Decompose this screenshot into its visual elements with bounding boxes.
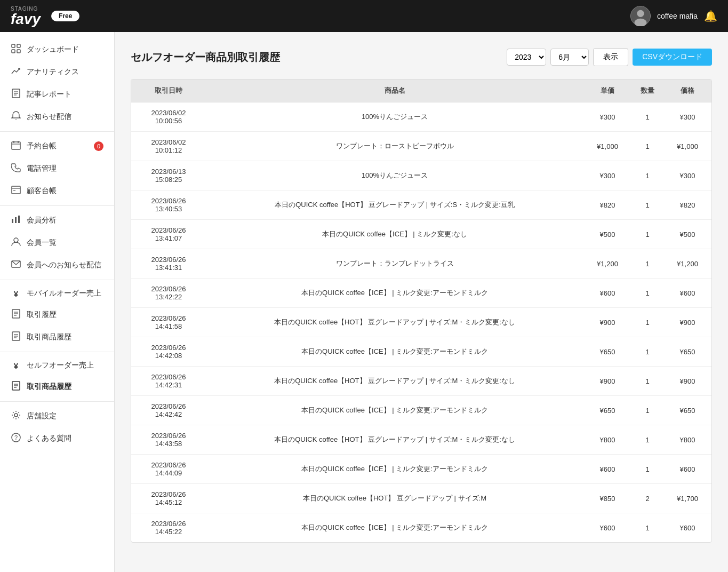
cell-product: 100%りんごジュース	[206, 161, 583, 190]
cell-qty: 1	[631, 102, 663, 132]
sidebar-label-store-settings: 店舗設定	[27, 411, 57, 421]
table-row: 2023/06/2614:42:42 本日のQUICK coffee【ICE】 …	[131, 396, 711, 425]
transaction-product-history-icon	[11, 331, 21, 343]
cell-datetime: 2023/06/2613:41:31	[131, 249, 206, 279]
table-row: 2023/06/2613:41:07 本日のQUICK coffee【ICE】 …	[131, 220, 711, 249]
cell-price: ¥300	[663, 102, 711, 132]
table-header-row: 取引日時 商品名 単価 数量 価格	[131, 80, 711, 102]
cell-product: 本日のQUICK coffee【HOT】 豆グレードアップ | サイズ:M・ミル…	[206, 425, 583, 455]
table-row: 2023/06/0210:00:56 100%りんごジュース ¥300 1 ¥3…	[131, 102, 711, 132]
sidebar-item-customer[interactable]: 顧客台帳	[0, 180, 114, 202]
cell-product: 本日のQUICK coffee【HOT】 豆グレードアップ | サイズ:M	[206, 484, 583, 513]
cell-qty: 1	[631, 190, 663, 220]
cell-price: ¥820	[663, 190, 711, 220]
sidebar-label-reservation: 予約台帳	[27, 141, 57, 151]
cell-qty: 1	[631, 279, 663, 308]
cell-product: 本日のQUICK coffee【ICE】 | ミルク変更:アーモンドミルク	[206, 513, 583, 543]
customer-icon	[11, 185, 21, 197]
cell-datetime: 2023/06/0210:00:56	[131, 102, 206, 132]
faq-icon: ?	[11, 433, 21, 444]
sidebar-item-faq[interactable]: ? よくある質問	[0, 427, 114, 450]
filter-controls: 2023 2022 2021 1月2月3月 4月5月6月 7月8月9月 10月1…	[507, 48, 712, 66]
cell-datetime: 2023/06/2614:45:22	[131, 513, 206, 543]
sidebar-label-faq: よくある質問	[27, 434, 71, 443]
year-select[interactable]: 2023 2022 2021	[507, 49, 546, 66]
cell-unit-price: ¥600	[583, 513, 631, 543]
svg-rect-21	[18, 216, 20, 223]
cell-qty: 1	[631, 249, 663, 279]
cell-product: ワンプレート：ランブレドットライス	[206, 249, 583, 279]
cell-product: 本日のQUICK coffee【ICE】 | ミルク変更:アーモンドミルク	[206, 279, 583, 308]
sidebar-item-transaction-product-history[interactable]: 取引商品履歴	[0, 326, 114, 348]
svg-point-36	[14, 414, 18, 417]
cell-product: 本日のQUICK coffee【ICE】 | ミルク変更:アーモンドミルク	[206, 337, 583, 367]
cell-price: ¥300	[663, 161, 711, 190]
cell-datetime: 2023/06/2613:42:22	[131, 279, 206, 308]
reservation-icon	[11, 140, 21, 152]
sidebar-item-member-analysis[interactable]: 会員分析	[0, 209, 114, 232]
sidebar-item-notification[interactable]: お知らせ配信	[0, 106, 114, 128]
cell-price: ¥600	[663, 279, 711, 308]
cell-unit-price: ¥900	[583, 308, 631, 337]
header-price: 価格	[663, 80, 711, 102]
sidebar-item-member-list[interactable]: 会員一覧	[0, 232, 114, 254]
member-analysis-icon	[11, 215, 21, 226]
member-notice-icon	[11, 259, 21, 271]
cell-unit-price: ¥850	[583, 484, 631, 513]
sidebar-item-selforder-sales[interactable]: ¥ セルフオーダー売上	[0, 355, 114, 376]
sidebar-label-article-report: 記事レポート	[27, 90, 71, 99]
header-product: 商品名	[206, 80, 583, 102]
cell-product: ワンプレート：ローストビーフボウル	[206, 132, 583, 161]
csv-download-button[interactable]: CSVダウンロード	[633, 49, 712, 66]
sidebar-item-article-report[interactable]: 記事レポート	[0, 83, 114, 106]
cell-qty: 1	[631, 396, 663, 425]
app-logo: favy	[11, 12, 41, 27]
cell-product: 本日のQUICK coffee【ICE】 | ミルク変更:アーモンドミルク	[206, 396, 583, 425]
sidebar-item-phone[interactable]: 電話管理	[0, 157, 114, 180]
username: coffee mafia	[657, 12, 698, 20]
sidebar-label-selforder-product-history: 取引商品履歴	[27, 382, 71, 392]
sidebar-label-selforder-sales: セルフオーダー売上	[27, 361, 94, 370]
svg-rect-12	[12, 142, 20, 149]
sidebar-item-transaction-history[interactable]: 取引履歴	[0, 304, 114, 326]
sidebar-item-member-notice[interactable]: 会員へのお知らせ配信	[0, 254, 114, 276]
table-row: 2023/06/2614:42:31 本日のQUICK coffee【HOT】 …	[131, 367, 711, 396]
month-select[interactable]: 1月2月3月 4月5月6月 7月8月9月 10月11月12月	[550, 49, 589, 66]
bell-icon[interactable]: 🔔	[704, 10, 717, 22]
store-settings-icon	[11, 410, 21, 422]
cell-datetime: 2023/06/0210:01:12	[131, 132, 206, 161]
cell-datetime: 2023/06/2614:42:42	[131, 396, 206, 425]
cell-unit-price: ¥600	[583, 455, 631, 484]
sidebar-label-analytics: アナリティクス	[27, 67, 79, 77]
cell-datetime: 2023/06/2614:42:31	[131, 367, 206, 396]
cell-price: ¥900	[663, 308, 711, 337]
display-button[interactable]: 表示	[593, 48, 628, 66]
cell-price: ¥650	[663, 337, 711, 367]
table-row: 2023/06/1315:08:25 100%りんごジュース ¥300 1 ¥3…	[131, 161, 711, 190]
cell-price: ¥1,200	[663, 249, 711, 279]
cell-datetime: 2023/06/2614:41:58	[131, 308, 206, 337]
table-row: 2023/06/2614:45:22 本日のQUICK coffee【ICE】 …	[131, 513, 711, 543]
sidebar-item-analytics[interactable]: アナリティクス	[0, 61, 114, 83]
sidebar-label-notification: お知らせ配信	[27, 112, 71, 122]
cell-qty: 1	[631, 513, 663, 543]
sidebar-item-mobile-order-sales[interactable]: ¥ モバイルオーダー売上	[0, 283, 114, 304]
reservation-badge: 0	[94, 141, 103, 151]
cell-product: 本日のQUICK coffee【ICE】 | ミルク変更:なし	[206, 220, 583, 249]
cell-qty: 1	[631, 455, 663, 484]
sidebar-item-selforder-product-history[interactable]: 取引商品履歴	[0, 376, 114, 398]
cell-price: ¥900	[663, 367, 711, 396]
table-row: 2023/06/2614:43:58 本日のQUICK coffee【HOT】 …	[131, 425, 711, 455]
sidebar-label-member-notice: 会員へのお知らせ配信	[27, 260, 101, 270]
cell-price: ¥1,000	[663, 132, 711, 161]
cell-qty: 1	[631, 337, 663, 367]
table-row: 2023/06/2614:42:08 本日のQUICK coffee【ICE】 …	[131, 337, 711, 367]
svg-rect-3	[12, 44, 15, 47]
sidebar: ダッシュボード アナリティクス 記事レポート お知らせ配信 予約台帳	[0, 32, 115, 572]
sidebar-item-dashboard[interactable]: ダッシュボード	[0, 38, 114, 61]
sidebar-label-member-list: 会員一覧	[27, 238, 57, 248]
sidebar-item-store-settings[interactable]: 店舗設定	[0, 405, 114, 427]
sidebar-item-reservation[interactable]: 予約台帳 0	[0, 135, 114, 157]
cell-qty: 2	[631, 484, 663, 513]
svg-rect-16	[12, 186, 20, 194]
